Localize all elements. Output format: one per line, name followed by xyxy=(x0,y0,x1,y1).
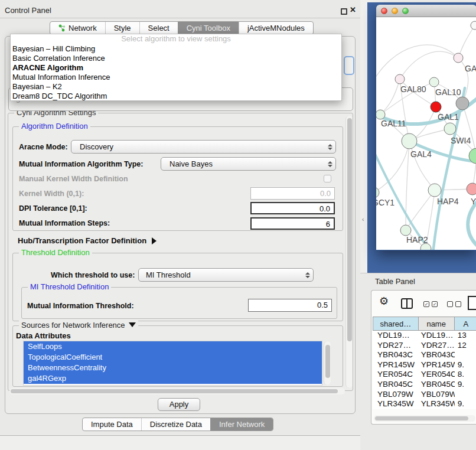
table-row[interactable]: YPR145WYPR145W9. xyxy=(373,360,476,370)
table-row[interactable]: YDL19…YDL19…13 xyxy=(373,331,476,341)
apply-button[interactable]: Apply xyxy=(158,398,200,411)
zoom-traffic-light-icon[interactable] xyxy=(402,8,409,14)
network-node[interactable] xyxy=(429,77,439,87)
attribute-list-item[interactable]: TopologicalCoefficient xyxy=(24,352,322,363)
checked-pair-icon[interactable]: ✓✓ xyxy=(423,301,438,307)
network-node[interactable] xyxy=(376,187,379,198)
network-view-window[interactable]: GALGAL80GAL10GAL1GAL11GAL4SWI4HAP4YGCY1H… xyxy=(376,5,476,250)
network-window-titlebar[interactable] xyxy=(376,5,476,17)
tab-infer-network[interactable]: Infer Network xyxy=(210,418,273,431)
settings-vertical-scrollbar[interactable] xyxy=(345,116,353,388)
attribute-list-item[interactable]: gal4RGexp xyxy=(24,373,322,384)
dropdown-item[interactable]: ARACNE Algorithm xyxy=(11,63,341,73)
hub-definition-toggle[interactable]: Hub/Transcription Factor Definition xyxy=(18,236,157,245)
table-row[interactable]: YBL079WYBL079W xyxy=(373,390,476,400)
network-node[interactable] xyxy=(471,21,476,30)
columns-icon[interactable] xyxy=(401,298,413,309)
float-window-icon[interactable] xyxy=(341,8,347,15)
network-node[interactable] xyxy=(400,225,411,236)
tab-label: Cyni Toolbox xyxy=(187,22,230,34)
dpi-tolerance-field[interactable]: 0.0 xyxy=(250,202,335,214)
dropdown-item[interactable]: Bayesian – Hill Climbing xyxy=(11,44,341,54)
mi-type-select[interactable]: Naive Bayes xyxy=(161,157,336,171)
close-icon[interactable]: ✕ xyxy=(350,5,356,14)
which-threshold-select[interactable]: MI Threshold xyxy=(138,268,314,282)
dropdown-item[interactable]: Basic Correlation Inference xyxy=(11,54,341,63)
table-row[interactable]: YDR27…YDR27…12 xyxy=(373,341,476,351)
dropdown-item[interactable]: Bayesian – K2 xyxy=(11,82,341,92)
table-cell: YPR145W xyxy=(373,360,419,370)
attribute-list-item[interactable]: SelfLoops xyxy=(24,341,322,352)
sources-group-title: Sources for Network Inference xyxy=(21,321,125,330)
scrollbar-thumb[interactable] xyxy=(375,416,468,420)
tab-jactivemnodules[interactable]: jActiveMNodules xyxy=(239,22,313,34)
network-canvas[interactable]: GALGAL80GAL10GAL1GAL11GAL4SWI4HAP4YGCY1H… xyxy=(376,17,476,250)
table-cell: YER054C xyxy=(373,370,419,380)
tab-discretize-data[interactable]: Discretize Data xyxy=(141,418,210,431)
network-node[interactable] xyxy=(444,123,456,135)
network-node[interactable] xyxy=(456,97,469,110)
network-node[interactable] xyxy=(431,102,441,112)
minimize-traffic-light-icon[interactable] xyxy=(392,8,398,14)
manual-kernel-checkbox[interactable] xyxy=(324,175,331,182)
network-nodes: GALGAL80GAL10GAL1GAL11GAL4SWI4HAP4YGCY1H… xyxy=(376,21,476,250)
network-icon xyxy=(58,24,66,32)
aracne-mode-value: Discovery xyxy=(71,142,325,151)
network-node-label: GAL80 xyxy=(400,84,426,94)
scrollbar-thumb[interactable] xyxy=(325,345,330,378)
column-header-next[interactable]: A xyxy=(455,317,476,331)
network-node[interactable] xyxy=(467,183,476,195)
sources-group-toggle[interactable]: Sources for Network Inference xyxy=(19,321,138,330)
algorithm-combo-fragment[interactable] xyxy=(344,56,354,75)
network-node[interactable] xyxy=(376,110,385,119)
settings-horizontal-scrollbar[interactable] xyxy=(9,388,345,394)
tab-label: Impute Data xyxy=(91,418,133,431)
unchecked-pair-icon[interactable] xyxy=(447,301,461,307)
gear-icon[interactable]: ⚙ xyxy=(379,295,389,308)
table-cell: YBL079W xyxy=(373,390,419,400)
control-panel-header: Control Panel ✕ xyxy=(0,2,360,18)
scrollbar-thumb[interactable] xyxy=(11,389,338,393)
table-horizontal-scrollbar[interactable] xyxy=(374,415,475,422)
aracne-mode-label: Aracne Mode: xyxy=(19,143,68,151)
data-attributes-list[interactable]: SelfLoopsTopologicalCoefficientBetweenne… xyxy=(23,341,322,386)
tab-network[interactable]: Network xyxy=(50,22,105,34)
dropdown-item[interactable]: Dream8 DC_TDC Algorithm xyxy=(11,92,341,101)
table-row[interactable]: YBR043CYBR043C xyxy=(373,350,476,360)
dropdown-item[interactable]: Mutual Information Inference xyxy=(11,73,341,82)
kernel-width-field[interactable]: 0.0 xyxy=(250,187,335,200)
table-cell: YBL079W xyxy=(419,390,455,400)
tab-cyni-toolbox[interactable]: Cyni Toolbox xyxy=(178,22,239,34)
dpi-tolerance-label: DPI Tolerance [0,1]: xyxy=(19,204,87,213)
page-icon[interactable] xyxy=(468,296,476,310)
list-vertical-scrollbar[interactable] xyxy=(324,341,331,385)
tab-select[interactable]: Select xyxy=(139,22,178,34)
table-row[interactable]: YLR345WYLR345W9. xyxy=(373,399,476,409)
network-node[interactable] xyxy=(402,133,417,149)
network-node[interactable] xyxy=(454,53,463,63)
tab-impute-data[interactable]: Impute Data xyxy=(83,418,141,431)
mi-threshold-field[interactable]: 0.5 xyxy=(248,299,332,312)
chevron-right-icon xyxy=(152,237,157,244)
network-desktop: GALGAL80GAL10GAL1GAL11GAL4SWI4HAP4YGCY1H… xyxy=(367,2,476,273)
close-traffic-light-icon[interactable] xyxy=(381,8,387,14)
table-panel-section: Table Panel ⚙ ✓✓ shared… name A xyxy=(360,273,476,450)
aracne-mode-select[interactable]: Discovery xyxy=(71,140,336,154)
network-node-label: SWI4 xyxy=(451,136,471,145)
scrollbar-thumb[interactable] xyxy=(347,118,352,341)
column-header-shared[interactable]: shared… xyxy=(373,317,419,331)
tab-style[interactable]: Style xyxy=(105,22,139,34)
table-cell: YBR043C xyxy=(419,350,455,360)
network-node[interactable] xyxy=(428,184,441,197)
panel-divider-handle[interactable]: ‹ xyxy=(362,216,364,223)
column-header-name[interactable]: name xyxy=(419,317,455,331)
spinner-arrows-icon xyxy=(325,144,335,150)
panel-title: Control Panel xyxy=(5,6,51,15)
table-body: YDL19…YDL19…13YDR27…YDR27…12YBR043CYBR04… xyxy=(373,331,476,409)
table-row[interactable]: YBR045CYBR045C9. xyxy=(373,380,476,390)
table-cell: YPR145W xyxy=(419,360,455,370)
table-row[interactable]: YER054CYER054C8. xyxy=(373,370,476,380)
attribute-list-item[interactable]: BetweennessCentrality xyxy=(24,363,322,373)
mi-steps-field[interactable]: 6 xyxy=(250,217,335,230)
network-node[interactable] xyxy=(395,74,405,84)
